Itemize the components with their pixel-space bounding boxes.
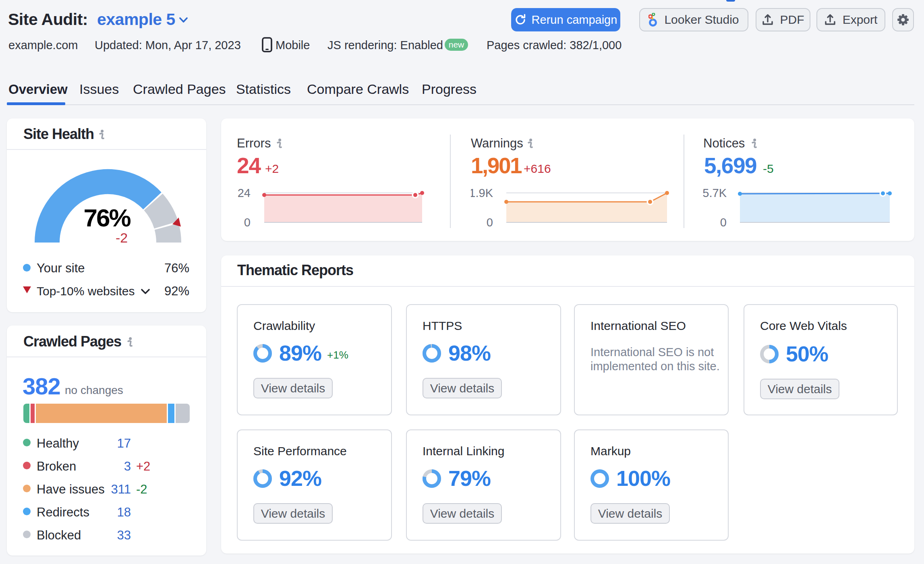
- svg-text:24: 24: [238, 187, 251, 199]
- svg-text:1.9K: 1.9K: [471, 187, 493, 199]
- svg-text:0: 0: [487, 216, 493, 229]
- svg-text:0: 0: [244, 216, 251, 229]
- svg-text:0: 0: [720, 216, 727, 229]
- svg-text:5.7K: 5.7K: [703, 187, 727, 199]
